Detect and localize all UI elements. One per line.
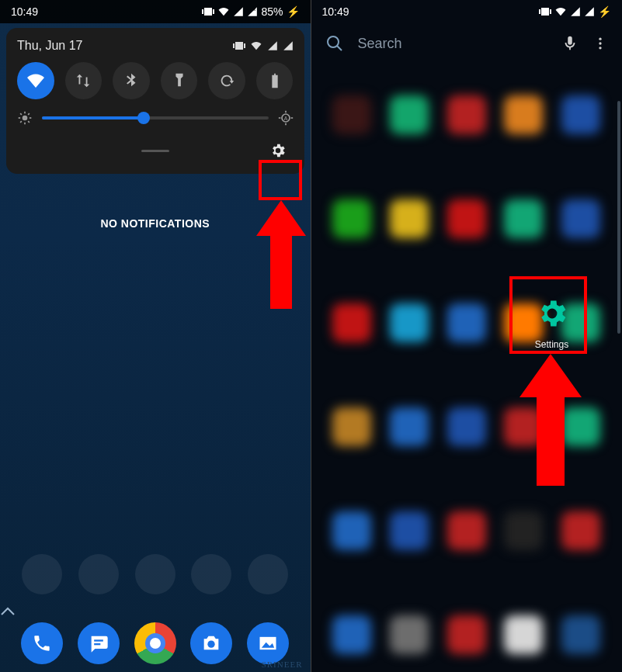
app-tile[interactable] [325,175,380,276]
svg-point-24 [599,38,601,40]
dock-messages[interactable] [78,622,120,664]
qs-drag-handle[interactable] [141,150,169,152]
messages-icon [88,632,109,654]
svg-point-22 [328,36,339,47]
signal-icon [570,6,581,17]
qs-status-icons [233,40,294,51]
app-tile[interactable] [554,71,608,172]
app-tile[interactable] [325,383,380,484]
app-tile[interactable] [382,487,436,588]
status-time: 10:49 [11,5,38,18]
app-drawer-handle[interactable] [0,607,311,616]
app-tile[interactable] [497,487,551,588]
app-drawer-grid[interactable] [311,64,623,672]
gallery-icon [257,632,279,654]
app-tile[interactable] [325,591,380,672]
search-icon [325,34,344,53]
qs-date: Thu, Jun 17 [17,39,83,53]
svg-rect-17 [94,639,103,641]
status-icons: ⚡ [539,5,611,18]
app-tile[interactable] [325,71,380,172]
more-icon[interactable] [592,35,608,52]
app-tile[interactable] [382,71,436,172]
qs-tile-row [17,62,294,99]
brightness-row: A [17,110,294,126]
app-tile[interactable] [497,591,551,672]
app-tile[interactable] [554,487,608,588]
svg-line-23 [337,46,342,50]
app-tile[interactable] [497,383,551,484]
scrollbar[interactable] [617,101,620,334]
app-tile[interactable] [497,71,551,172]
qs-tile-bluetooth[interactable] [113,62,150,99]
app-tile[interactable] [440,383,494,484]
app-tile[interactable] [440,487,494,588]
annotation-arrow-left [256,200,306,309]
app-drawer-search[interactable]: Search [311,23,623,64]
app-tile[interactable] [440,279,494,380]
app-tile[interactable] [382,279,436,380]
qs-tile-data[interactable] [65,62,103,99]
app-tile[interactable] [497,175,551,276]
bluetooth-icon [123,72,140,89]
app-tile[interactable] [440,175,494,276]
app-tile[interactable] [440,591,494,672]
home-folder[interactable] [191,554,231,594]
dock-chrome[interactable] [134,622,176,664]
dock [0,622,311,664]
home-folder[interactable] [78,554,119,594]
phone-right: 10:49 ⚡ Search Settings [311,0,623,672]
status-icons: x 85% ⚡ [202,5,299,18]
svg-line-7 [28,121,30,123]
app-tile[interactable] [554,175,608,276]
signal-x-icon [584,6,595,17]
no-notifications-label: NO NOTIFICATIONS [0,217,311,230]
signal-x-icon: x [247,6,258,17]
phone-icon [32,633,52,653]
app-tile[interactable] [440,71,494,172]
qs-settings-button[interactable] [262,135,294,166]
app-tile[interactable] [382,175,436,276]
qs-tile-wifi[interactable] [17,62,54,99]
brightness-slider[interactable] [42,116,269,120]
app-tile[interactable] [325,487,380,588]
home-folder[interactable] [248,554,288,594]
svg-line-6 [20,113,22,115]
svg-marker-16 [256,200,306,309]
app-tile[interactable] [554,591,608,672]
home-folder[interactable] [22,554,62,594]
wifi-icon [26,71,45,90]
wifi-icon [250,40,262,51]
app-tile[interactable] [382,591,436,672]
auto-rotate-icon [218,72,235,89]
dock-camera[interactable] [190,622,232,664]
app-settings-label: Settings [535,339,568,350]
wifi-icon [554,6,567,17]
app-tile[interactable] [554,383,608,484]
home-folder[interactable] [135,554,175,594]
mic-icon[interactable] [561,35,579,52]
battery-saver-icon [266,72,283,89]
app-settings[interactable]: Settings [519,286,585,359]
qs-tile-rotate[interactable] [208,62,245,99]
charge-icon: ⚡ [287,5,300,18]
vibrate-icon [233,40,245,51]
gear-icon [533,294,572,333]
chevron-up-icon [0,607,16,616]
brightness-low-icon [17,110,33,126]
app-tile[interactable] [325,279,380,380]
data-swap-icon [75,72,92,89]
vibrate-icon [539,6,551,17]
status-bar: 10:49 x 85% ⚡ [0,0,311,23]
svg-text:A: A [283,116,287,121]
app-tile[interactable] [382,383,436,484]
svg-point-1 [23,116,28,121]
svg-line-8 [20,121,22,123]
dock-phone[interactable] [21,622,63,664]
svg-point-26 [599,47,601,49]
qs-tile-flashlight[interactable] [161,62,198,99]
svg-text:x: x [254,7,256,12]
svg-point-25 [599,42,601,44]
dock-gallery[interactable] [247,622,289,664]
qs-tile-battery-saver[interactable] [256,62,294,99]
